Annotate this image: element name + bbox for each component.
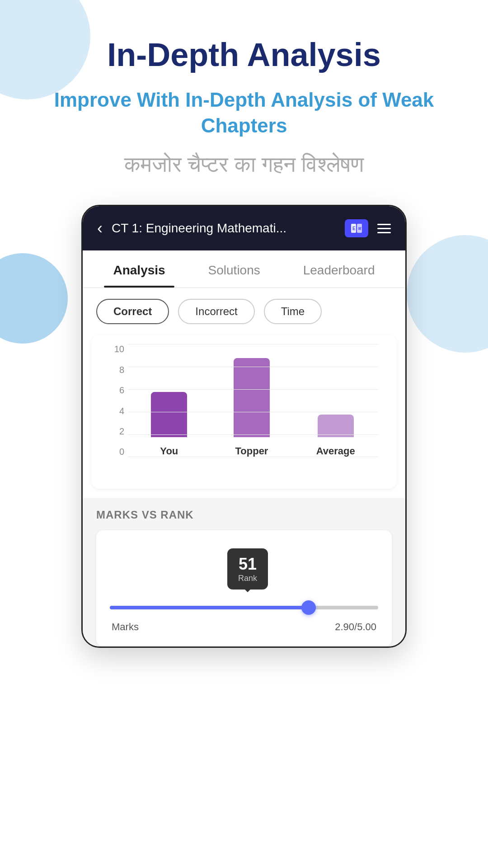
filter-buttons: Correct Incorrect Time [83,288,405,335]
grid-lines [128,344,378,457]
slider-track [110,606,378,609]
slider-container[interactable] [110,603,378,612]
svg-text:E: E [352,226,356,231]
tabs-bar: Analysis Solutions Leaderboard [83,250,405,288]
main-title: In-Depth Analysis [107,36,380,73]
y-axis: 0 2 4 6 8 10 [110,344,124,457]
y-label-8: 8 [110,365,124,375]
tab-analysis[interactable]: Analysis [104,250,174,288]
app-header: ‹ CT 1: Engineering Mathemati... E अ [83,206,405,250]
marks-rank-title: MARKS VS RANK [96,509,392,521]
marks-rank-card: 51 Rank Marks 2.90/5.00 [96,530,392,646]
grid-line [128,344,378,344]
app-header-title: CT 1: Engineering Mathemati... [112,221,336,236]
y-label-2: 2 [110,426,124,437]
grid-line [128,412,378,412]
svg-text:अ: अ [358,226,361,231]
marks-row: Marks 2.90/5.00 [110,621,378,633]
tab-solutions[interactable]: Solutions [199,250,269,288]
hamburger-line-2 [377,228,391,229]
y-label-4: 4 [110,406,124,416]
filter-time[interactable]: Time [264,299,322,324]
rank-label: Rank [238,574,257,583]
hindi-text: कमजोर चैप्टर का गहन विश्लेषण [124,152,364,178]
y-label-10: 10 [110,344,124,354]
grid-line [128,457,378,457]
header-icons: E अ [345,219,391,237]
filter-incorrect[interactable]: Incorrect [178,299,254,324]
marks-rank-section: MARKS VS RANK 51 Rank Marks 2.90/5.00 [83,498,405,646]
hamburger-line-1 [377,224,391,225]
rank-number: 51 [239,555,257,574]
grid-line [128,434,378,435]
book-icon[interactable]: E अ [345,219,368,237]
hamburger-line-3 [377,232,391,233]
tab-leaderboard[interactable]: Leaderboard [294,250,384,288]
phone-mockup: ‹ CT 1: Engineering Mathemati... E अ [81,205,407,648]
menu-icon[interactable] [377,224,391,233]
y-label-6: 6 [110,385,124,396]
back-button[interactable]: ‹ [97,219,103,238]
slider-thumb[interactable] [301,600,316,615]
filter-correct[interactable]: Correct [96,299,169,324]
grid-line [128,389,378,390]
y-label-0: 0 [110,447,124,457]
rank-tooltip: 51 Rank [227,548,268,590]
subtitle: Improve With In-Depth Analysis of Weak C… [0,87,488,138]
chart-area: 0 2 4 6 8 10 [92,335,396,489]
grid-line [128,367,378,367]
marks-value: 2.90/5.00 [335,621,376,633]
marks-label: Marks [112,621,139,633]
chart-container: 0 2 4 6 8 10 [110,344,378,471]
